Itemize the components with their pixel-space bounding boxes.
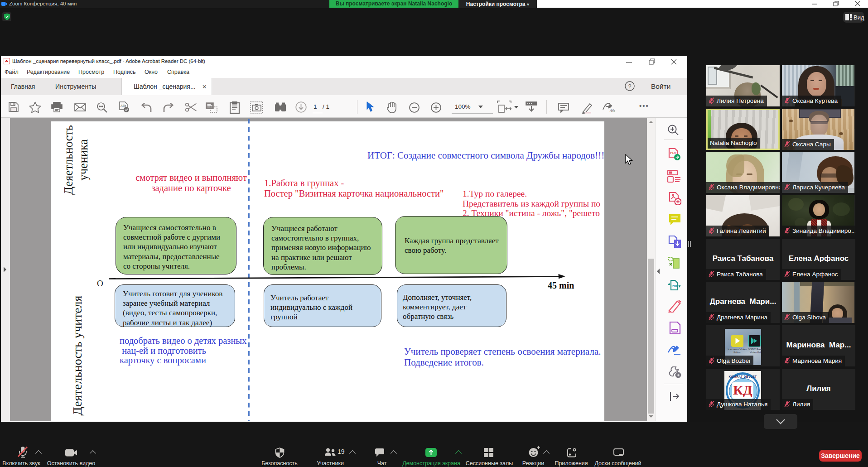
svg-text:Абв: Абв [121, 104, 126, 107]
svg-text:PDF: PDF [672, 284, 679, 288]
svg-text:?: ? [628, 83, 632, 90]
svg-text:Абв: Абв [609, 109, 615, 113]
svg-text:О: О [97, 279, 103, 288]
